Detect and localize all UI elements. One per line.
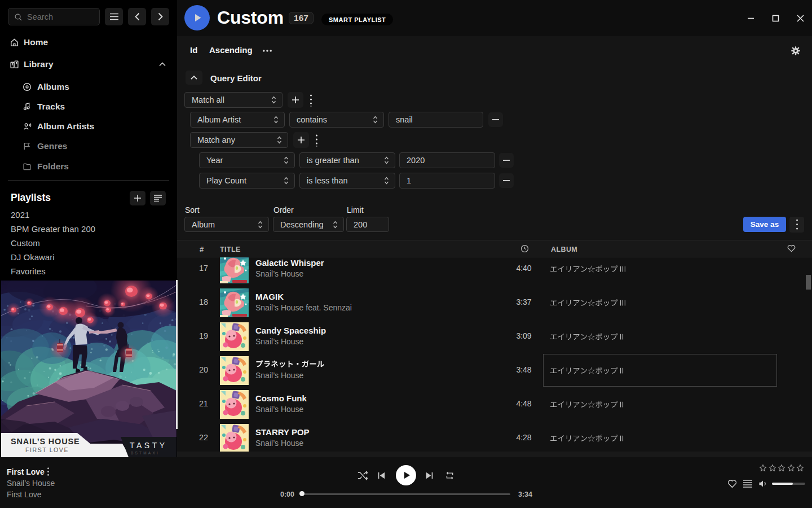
svg-text:SNAIL’S HOUSE: SNAIL’S HOUSE <box>11 437 80 446</box>
svg-text:TASTY: TASTY <box>130 441 167 450</box>
svg-text:FIRST LOVE: FIRST LOVE <box>25 446 69 453</box>
svg-text:BSTMAXI: BSTMAXI <box>131 451 160 455</box>
